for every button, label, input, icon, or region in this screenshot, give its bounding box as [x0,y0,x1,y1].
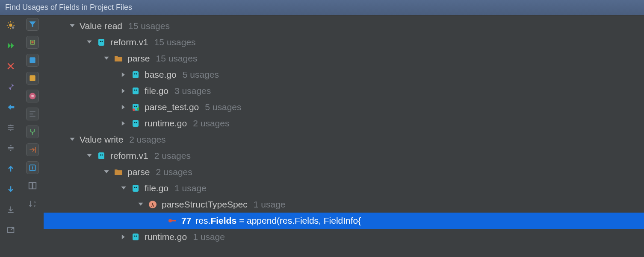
chevron-right-icon[interactable] [120,233,127,241]
go-file-icon [131,86,140,96]
group-package-icon[interactable] [26,72,39,85]
node-label: base.go [145,68,177,81]
rerun-icon[interactable] [4,39,17,52]
group-usages-icon[interactable] [26,36,39,49]
node-label: file.go [145,85,168,97]
go-file-icon [131,119,140,128]
group-module-icon[interactable] [26,54,39,67]
node-label: parse [127,166,150,178]
svg-rect-28 [133,120,139,127]
usage-count: 15 usages [128,20,170,32]
preview-icon[interactable] [26,179,39,192]
svg-text:z: z [34,204,35,208]
usage-count: 2 usages [154,149,191,162]
svg-rect-5 [30,57,35,63]
export-icon[interactable] [4,203,17,216]
svg-rect-4 [32,41,34,44]
node-parse-test-go[interactable]: parse_test.go 5 usages [44,99,644,115]
merge-icon[interactable] [26,126,39,138]
chevron-down-icon[interactable] [86,152,93,160]
svg-text:λ: λ [151,202,154,208]
chevron-down-icon[interactable] [68,22,76,30]
node-label: file.go [145,182,168,194]
chevron-right-icon[interactable] [120,120,127,127]
pin-icon[interactable] [4,80,17,93]
svg-point-0 [9,23,12,26]
node-label: Value read [80,20,122,32]
chevron-right-icon[interactable] [120,103,127,111]
node-base-go[interactable]: base.go 5 usages [44,67,644,83]
svg-text:m: m [31,93,34,98]
node-value-read[interactable]: Value read 15 usages [44,18,644,34]
chevron-down-icon[interactable] [103,168,110,176]
node-file-go[interactable]: file.go 3 usages [44,83,644,99]
import-icon[interactable] [26,143,39,156]
chevron-down-icon[interactable] [120,184,127,192]
svg-point-35 [134,187,136,188]
open-new-tab-icon[interactable] [4,224,17,237]
node-value-write[interactable]: Value write 2 usages [44,131,644,148]
svg-point-1 [12,26,15,29]
usage-count: 1 usage [193,231,225,243]
node-func[interactable]: λ parseStructTypeSpec 1 usage [44,196,644,213]
usages-tree[interactable]: Value read 15 usages reform.v1 15 usages… [44,15,644,257]
node-parse-pkg[interactable]: parse 15 usages [44,50,644,67]
usage-count: 15 usages [154,36,196,48]
svg-rect-11 [29,183,32,189]
node-parse-pkg-w[interactable]: parse 2 usages [44,164,644,180]
svg-rect-18 [133,71,139,78]
collapse-all-icon[interactable] [4,142,17,155]
usage-count: 2 usages [129,133,165,146]
usage-count: 15 usages [156,52,198,64]
usage-count: 1 usage [254,198,286,210]
settings-icon[interactable] [4,19,17,32]
write-access-icon [168,216,177,225]
svg-point-20 [136,73,137,75]
toolbar-left [0,15,21,257]
node-file-go-w[interactable]: file.go 1 usage [44,180,644,196]
usage-count: 3 usages [174,85,211,97]
svg-point-41 [134,236,136,237]
title-text: Find Usages of Fields in Project Files [5,3,132,12]
svg-point-22 [134,90,136,91]
go-module-icon [97,38,106,47]
chevron-down-icon[interactable] [137,201,145,208]
next-icon[interactable] [4,183,17,196]
svg-point-33 [102,155,103,156]
usage-count: 5 usages [183,68,219,81]
close-icon[interactable] [4,60,17,73]
node-runtime-go[interactable]: runtime.go 2 usages [44,115,644,131]
chevron-right-icon[interactable] [120,87,127,95]
node-label: Value write [80,133,123,146]
node-label: parse_test.go [145,101,199,113]
chevron-down-icon[interactable] [68,136,76,143]
chevron-down-icon[interactable] [86,38,93,46]
svg-rect-6 [30,75,35,81]
folder-icon [114,54,123,63]
back-icon[interactable] [4,101,17,114]
node-label: reform.v1 [110,149,148,162]
svg-rect-40 [133,234,139,240]
info-icon[interactable]: i [26,161,39,174]
prev-icon[interactable] [4,162,17,175]
usage-line-selected[interactable]: 77res.Fields = append(res.Fields, FieldI… [44,213,644,229]
node-reform[interactable]: reform.v1 15 usages [44,34,644,50]
svg-point-25 [134,106,136,107]
node-reform-w[interactable]: reform.v1 2 usages [44,148,644,164]
usage-count: 2 usages [193,117,229,129]
sort-icon[interactable]: az [26,197,39,210]
svg-rect-31 [98,152,104,159]
window-title: Find Usages of Fields in Project Files [0,0,644,15]
expand-all-icon[interactable] [4,121,17,134]
group-method-icon[interactable]: m [26,90,39,102]
svg-rect-34 [133,185,139,192]
code-line: 77res.Fields = append(res.Fields, FieldI… [181,214,361,227]
filter-icon[interactable] [26,18,39,31]
svg-point-16 [100,41,101,42]
chevron-right-icon[interactable] [120,71,127,79]
svg-rect-21 [133,88,139,94]
node-runtime-go-w[interactable]: runtime.go 1 usage [44,229,644,245]
go-file-icon [131,70,140,79]
chevron-down-icon[interactable] [103,55,110,62]
show-lines-icon[interactable] [26,108,39,120]
